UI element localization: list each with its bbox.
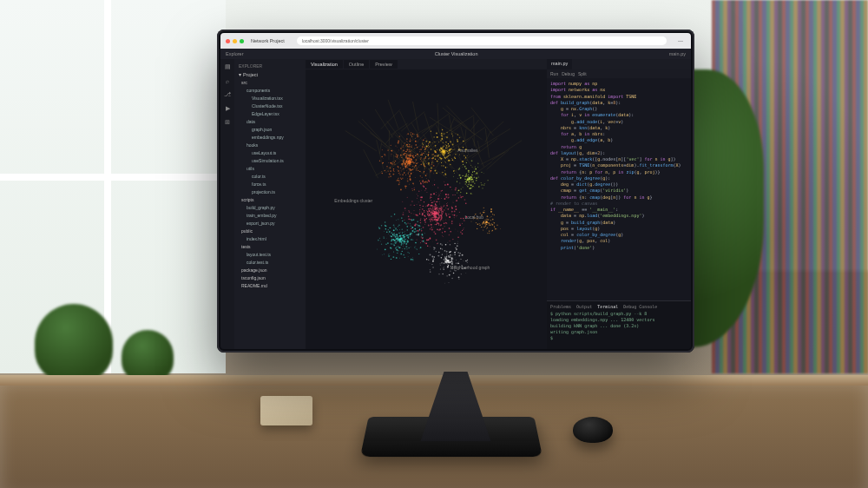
- main-tab-outline[interactable]: Outline: [344, 60, 369, 69]
- svg-point-645: [437, 155, 439, 157]
- tree-item[interactable]: build_graph.py: [236, 204, 304, 212]
- svg-point-716: [474, 177, 475, 178]
- tree-item[interactable]: force.ts: [236, 181, 304, 188]
- code-editor[interactable]: import numpy as npimport networkx as nxf…: [547, 78, 691, 300]
- svg-point-1395: [388, 234, 389, 234]
- tree-item[interactable]: color.ts: [236, 173, 304, 181]
- terminal-tab-problems[interactable]: Problems: [550, 304, 571, 309]
- svg-point-1616: [403, 254, 404, 256]
- tree-item[interactable]: embeddings.npy: [236, 134, 304, 142]
- tree-item[interactable]: scripts: [236, 196, 304, 204]
- traffic-lights[interactable]: [226, 39, 244, 43]
- tree-item[interactable]: graph.json: [236, 126, 304, 134]
- tree-item[interactable]: ClusterNode.tsx: [236, 102, 304, 110]
- debug-icon[interactable]: ▶: [223, 104, 232, 113]
- svg-line-1943: [388, 100, 398, 129]
- ext-icon[interactable]: ⊞: [223, 118, 232, 127]
- svg-point-1489: [402, 229, 403, 230]
- svg-point-1256: [414, 188, 415, 188]
- minimize-icon[interactable]: [233, 39, 237, 43]
- svg-point-1349: [384, 254, 385, 254]
- svg-point-668: [442, 136, 443, 137]
- svg-point-1179: [437, 214, 437, 215]
- svg-point-1886: [476, 222, 477, 223]
- tree-item[interactable]: Visualization.tsx: [236, 95, 304, 102]
- svg-point-701: [468, 184, 469, 185]
- main-tab-preview[interactable]: Preview: [370, 60, 398, 69]
- tree-item[interactable]: useSimulation.ts: [236, 157, 304, 165]
- tree-item[interactable]: hooks: [236, 142, 304, 149]
- url-bar[interactable]: localhost:3000/visualization/cluster: [297, 36, 667, 45]
- svg-point-1251: [427, 245, 428, 246]
- svg-point-1024: [433, 201, 435, 202]
- svg-point-892: [450, 241, 450, 241]
- svg-point-669: [446, 136, 448, 138]
- svg-point-1182: [441, 198, 442, 199]
- svg-point-1904: [483, 212, 484, 213]
- terminal-tab-output[interactable]: Output: [576, 304, 592, 309]
- svg-point-1726: [444, 250, 446, 252]
- svg-point-1174: [407, 222, 408, 223]
- svg-point-783: [468, 175, 469, 175]
- tree-item[interactable]: index.html: [236, 235, 304, 243]
- tree-item[interactable]: components: [236, 87, 304, 95]
- tree-item[interactable]: tests: [236, 243, 304, 251]
- svg-point-564: [436, 172, 437, 174]
- split-button[interactable]: Split: [578, 71, 587, 76]
- close-icon[interactable]: [226, 39, 230, 43]
- svg-point-1421: [389, 254, 390, 254]
- tree-item[interactable]: export_json.py: [236, 220, 304, 228]
- tree-item[interactable]: useLayout.ts: [236, 149, 304, 157]
- run-button[interactable]: Run: [550, 71, 558, 76]
- terminal-tab-debug-console[interactable]: Debug Console: [623, 304, 657, 309]
- svg-point-619: [428, 162, 430, 164]
- tree-item[interactable]: public: [236, 228, 304, 235]
- svg-point-1025: [464, 220, 465, 221]
- browser-menu-button[interactable]: ⋯: [675, 37, 686, 44]
- svg-point-1740: [450, 262, 451, 263]
- svg-point-1405: [397, 240, 398, 241]
- svg-point-1327: [438, 214, 439, 215]
- files-icon[interactable]: ▤: [223, 63, 232, 71]
- svg-point-1852: [492, 219, 494, 221]
- tree-item[interactable]: package.json: [236, 267, 304, 274]
- svg-point-1131: [439, 208, 441, 210]
- browser-tab[interactable]: Network Project: [247, 37, 288, 44]
- tree-section-header[interactable]: ▾Project: [236, 70, 304, 79]
- svg-point-1196: [444, 205, 444, 206]
- editor-tab[interactable]: main.py: [547, 59, 572, 69]
- svg-line-1984: [477, 141, 480, 151]
- svg-point-1372: [402, 233, 403, 234]
- tree-item[interactable]: tsconfig.json: [236, 274, 304, 282]
- debug-button[interactable]: Debug: [562, 71, 575, 76]
- svg-point-581: [444, 146, 444, 147]
- svg-point-714: [466, 174, 467, 175]
- terminal-tab-terminal[interactable]: Terminal: [597, 304, 618, 309]
- maximize-icon[interactable]: [240, 39, 244, 43]
- terminal-output[interactable]: $ python scripts/build_graph.py --k 8loa…: [550, 311, 687, 341]
- svg-point-1052: [454, 214, 456, 216]
- svg-point-1046: [462, 223, 463, 224]
- svg-point-570: [452, 159, 454, 161]
- svg-point-1004: [436, 199, 437, 200]
- tree-item[interactable]: projection.ts: [236, 188, 304, 196]
- main-tab-visualization[interactable]: Visualization: [306, 60, 343, 69]
- git-icon[interactable]: ⎇: [223, 90, 232, 99]
- tree-item[interactable]: src: [236, 79, 304, 87]
- tree-item[interactable]: color.test.ts: [236, 259, 304, 267]
- svg-point-34: [407, 170, 408, 171]
- tree-item[interactable]: layout.test.ts: [236, 251, 304, 259]
- svg-point-793: [470, 180, 470, 181]
- tree-item[interactable]: EdgeLayer.tsx: [236, 110, 304, 118]
- tree-item[interactable]: utils: [236, 165, 304, 173]
- svg-point-55: [409, 175, 411, 176]
- search-icon[interactable]: ⌕: [223, 76, 232, 85]
- svg-point-572: [448, 158, 449, 159]
- tree-item[interactable]: data: [236, 118, 304, 126]
- tree-item[interactable]: README.md: [236, 282, 304, 290]
- svg-point-1896: [487, 216, 488, 217]
- tree-item[interactable]: train_embed.py: [236, 212, 304, 220]
- svg-point-1193: [441, 210, 442, 211]
- svg-point-1900: [485, 225, 486, 226]
- visualization-canvas[interactable]: Embeddings clusterAnomaliesLocal hubNeig…: [306, 69, 547, 349]
